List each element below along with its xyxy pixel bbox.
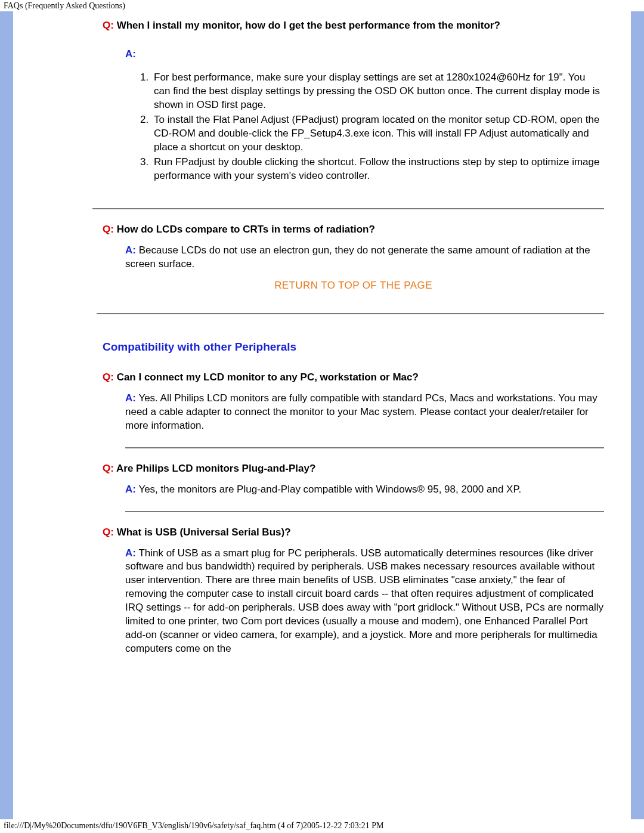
section-separator	[97, 313, 604, 314]
q-label: Q:	[103, 20, 114, 31]
faq1-answer-list: For best performance, make sure your dis…	[151, 71, 604, 183]
faq3-answer-text: Yes. All Philips LCD monitors are fully …	[125, 392, 597, 431]
faq2-question: Q: How do LCDs compare to CRTs in terms …	[103, 224, 604, 236]
a-label: A:	[125, 392, 136, 404]
separator	[92, 208, 604, 209]
page-footer-path: file:///D|/My%20Documents/dfu/190V6FB_V3…	[0, 819, 644, 833]
outer-frame: Q: When I install my monitor, how do I g…	[0, 11, 644, 819]
q-label: Q:	[103, 463, 114, 474]
faq3-question-text: Can I connect my LCD monitor to any PC, …	[117, 371, 419, 383]
faq3-answer: A: Yes. All Philips LCD monitors are ful…	[125, 392, 604, 433]
faq1-answer-item-3: Run FPadjust by double clicking the shor…	[151, 156, 604, 183]
faq1-answer-item-2: To install the Flat Panel Adjust (FPadju…	[151, 113, 604, 154]
faq1-question: Q: When I install my monitor, how do I g…	[103, 20, 604, 32]
faq4-question-text: Are Philips LCD monitors Plug-and-Play?	[116, 463, 315, 474]
a-label: A:	[125, 244, 136, 256]
page-header-title: FAQs (Frequently Asked Questions)	[0, 0, 644, 11]
faq5-question: Q: What is USB (Universal Serial Bus)?	[103, 527, 604, 538]
faq5-question-text: What is USB (Universal Serial Bus)?	[117, 527, 291, 538]
faq4-answer: A: Yes, the monitors are Plug-and-Play c…	[125, 483, 604, 497]
separator	[125, 511, 604, 512]
a-label: A:	[125, 48, 136, 60]
q-label: Q:	[103, 527, 114, 538]
return-to-top-link[interactable]: RETURN TO TOP OF THE PAGE	[103, 280, 604, 292]
faq1-question-text: When I install my monitor, how do I get …	[117, 20, 500, 31]
faq3-question: Q: Can I connect my LCD monitor to any P…	[103, 371, 604, 383]
section-compatibility-title: Compatibility with other Peripherals	[103, 340, 604, 354]
faq4-question: Q: Are Philips LCD monitors Plug-and-Pla…	[103, 463, 604, 475]
faq4-answer-text: Yes, the monitors are Plug-and-Play comp…	[138, 484, 521, 495]
faq2-answer: A: Because LCDs do not use an electron g…	[125, 244, 604, 271]
a-label: A:	[125, 484, 136, 495]
a-label: A:	[125, 547, 136, 559]
q-label: Q:	[103, 224, 114, 235]
faq2-question-text: How do LCDs compare to CRTs in terms of …	[117, 224, 375, 235]
faq2-answer-text: Because LCDs do not use an electron gun,…	[125, 244, 590, 270]
faq1-answer-label: A:	[125, 48, 604, 60]
faq5-answer-text: Think of USB as a smart plug for PC peri…	[125, 547, 603, 655]
separator	[125, 447, 604, 448]
faq5-answer: A: Think of USB as a smart plug for PC p…	[125, 547, 604, 657]
q-label: Q:	[103, 371, 114, 383]
faq1-answer-item-1: For best performance, make sure your dis…	[151, 71, 604, 112]
page-content: Q: When I install my monitor, how do I g…	[13, 11, 631, 819]
